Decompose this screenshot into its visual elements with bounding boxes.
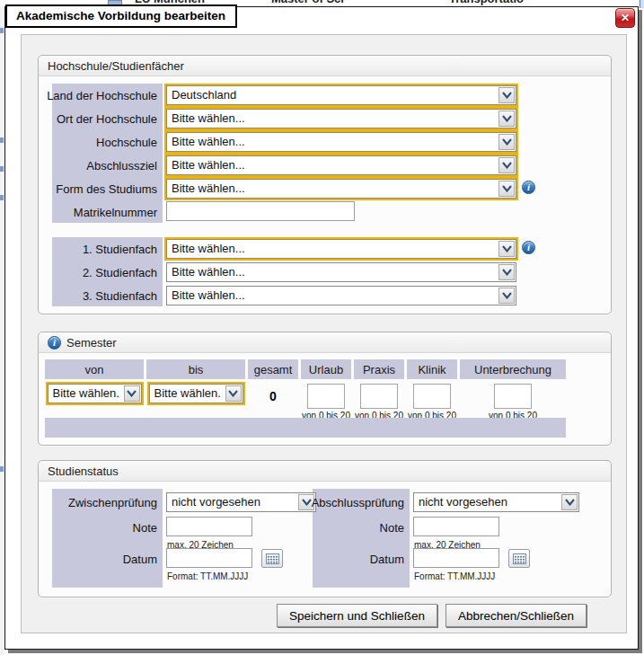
chevron-down-icon xyxy=(498,181,515,197)
unterbrechung-input[interactable] xyxy=(494,384,532,409)
column-header-von: von xyxy=(45,359,144,379)
semester-footer-bar xyxy=(45,418,566,438)
field-label-studienfach-2: 2. Studienfach xyxy=(52,261,163,284)
note-input-abschlusspruefung[interactable] xyxy=(413,517,499,536)
select-value: Bitte wählen... xyxy=(172,158,245,172)
select-value: nicht vorgesehen xyxy=(419,495,507,509)
select-ort-der-hochschule[interactable]: Bitte wählen... xyxy=(166,109,516,128)
chevron-down-icon xyxy=(498,288,515,304)
calendar-icon[interactable] xyxy=(508,549,530,568)
select-hochschule[interactable]: Bitte wählen... xyxy=(166,132,516,152)
select-zwischenpruefung[interactable]: nicht vorgesehen xyxy=(166,492,316,512)
select-semester-bis[interactable]: Bitte wählen. xyxy=(149,384,243,403)
field-label-land: Land der Hochschule xyxy=(52,84,163,107)
section-legend-text: Semester xyxy=(66,336,117,350)
matrikelnummer-input[interactable] xyxy=(166,201,355,221)
chevron-down-icon xyxy=(225,385,242,402)
gesamt-value: 0 xyxy=(269,389,277,403)
field-label-zwischenpruefung: Zwischenprüfung xyxy=(52,491,163,514)
field-label-studienfach-1: 1. Studienfach xyxy=(52,237,163,261)
cancel-close-button[interactable]: Abbrechen/Schließen xyxy=(446,604,587,627)
column-header-gesamt: gesamt xyxy=(248,359,298,379)
select-abschlussziel[interactable]: Bitte wählen... xyxy=(166,155,516,175)
dialog-title: Akademische Vorbildung bearbeiten xyxy=(5,4,237,28)
select-studienfach-1[interactable]: Bitte wählen... xyxy=(166,239,516,259)
select-value: Bitte wählen... xyxy=(172,111,245,125)
datum-input-abschlusspruefung[interactable] xyxy=(413,548,499,568)
field-label-ort: Ort der Hochschule xyxy=(52,107,163,130)
chevron-down-icon xyxy=(498,87,515,103)
column-header-bis: bis xyxy=(146,359,245,379)
praxis-input[interactable] xyxy=(360,384,398,409)
close-icon[interactable]: ✕ xyxy=(615,8,635,28)
date-format-hint: Format: TT.MM.JJJJ xyxy=(167,571,248,581)
select-form-des-studiums[interactable]: Bitte wählen... xyxy=(166,179,516,199)
select-semester-von[interactable]: Bitte wählen. xyxy=(48,384,142,403)
select-abschlusspruefung[interactable]: nicht vorgesehen xyxy=(413,492,579,512)
select-studienfach-2[interactable]: Bitte wählen... xyxy=(166,262,516,282)
background-scrollbar-fragment xyxy=(640,0,644,8)
select-value: nicht vorgesehen xyxy=(172,495,260,509)
select-value: Bitte wählen... xyxy=(172,242,245,255)
column-header-unterbrechung: Unterbrechung xyxy=(460,359,566,379)
section-semester: i Semester von Bitte wählen. bis xyxy=(38,332,612,446)
select-value: Bitte wählen. xyxy=(53,386,119,400)
chevron-down-icon xyxy=(561,494,578,510)
chevron-down-icon xyxy=(498,264,515,280)
field-label-note: Note xyxy=(52,516,163,539)
save-and-close-button[interactable]: Speichern und Schließen xyxy=(277,604,437,627)
select-value: Bitte wählen... xyxy=(172,288,245,302)
select-value: Bitte wählen... xyxy=(172,265,245,279)
edit-academic-education-dialog: Akademische Vorbildung bearbeiten ✕ Hoch… xyxy=(4,6,639,650)
chevron-down-icon xyxy=(498,111,515,127)
calendar-icon[interactable] xyxy=(261,549,283,568)
select-value: Bitte wählen... xyxy=(172,181,245,195)
note-input-zwischenpruefung[interactable] xyxy=(166,517,252,536)
semester-table: von Bitte wählen. bis Bitte wählen. xyxy=(45,359,566,420)
section-studienstatus: Studienstatus Zwischenprüfung nicht vorg… xyxy=(38,460,612,597)
chevron-down-icon xyxy=(498,157,515,173)
dialog-content: Hochschule/Studienfächer Land der Hochsc… xyxy=(21,34,627,633)
select-studienfach-3[interactable]: Bitte wählen... xyxy=(166,286,516,305)
field-label-form: Form des Studiums xyxy=(52,177,163,200)
section-legend: i Semester xyxy=(39,332,611,353)
field-label-hochschule: Hochschule xyxy=(52,130,163,154)
background-column-header: Transportatio xyxy=(449,0,524,5)
field-label-datum: Datum xyxy=(313,547,410,571)
field-label-note: Note xyxy=(313,516,410,539)
chevron-down-icon xyxy=(124,385,140,402)
field-label-matrikel: Matrikelnummer xyxy=(52,200,163,224)
date-format-hint: Format: TT.MM.JJJJ xyxy=(414,571,495,581)
chevron-down-icon xyxy=(498,241,515,257)
select-value: Bitte wählen... xyxy=(172,135,245,148)
section-legend: Hochschule/Studienfächer xyxy=(39,56,611,76)
section-legend: Studienstatus xyxy=(39,461,611,482)
column-header-praxis: Praxis xyxy=(354,359,404,379)
field-label-abschlusspruefung: Abschlussprüfung xyxy=(313,491,410,514)
urlaub-input[interactable] xyxy=(307,384,345,409)
chevron-down-icon xyxy=(498,134,515,150)
select-value: Deutschland xyxy=(172,88,236,102)
info-icon[interactable]: i xyxy=(522,241,535,254)
klinik-input[interactable] xyxy=(413,384,451,409)
info-icon[interactable]: i xyxy=(48,336,61,350)
field-label-datum: Datum xyxy=(52,547,163,571)
section-hochschule-studienfaecher: Hochschule/Studienfächer Land der Hochsc… xyxy=(38,55,612,314)
column-header-urlaub: Urlaub xyxy=(301,359,351,379)
info-icon[interactable]: i xyxy=(522,181,535,194)
field-label-studienfach-3: 3. Studienfach xyxy=(52,284,163,307)
field-label-abschlussziel: Abschlussziel xyxy=(52,154,163,177)
column-header-klinik: Klinik xyxy=(407,359,457,379)
select-land-der-hochschule[interactable]: Deutschland xyxy=(166,85,516,105)
datum-input-zwischenpruefung[interactable] xyxy=(166,548,252,568)
background-column-header: Master of Sci xyxy=(271,0,344,5)
dialog-actions: Speichern und Schließen Abbrechen/Schlie… xyxy=(277,604,587,627)
select-value: Bitte wählen. xyxy=(154,386,221,400)
